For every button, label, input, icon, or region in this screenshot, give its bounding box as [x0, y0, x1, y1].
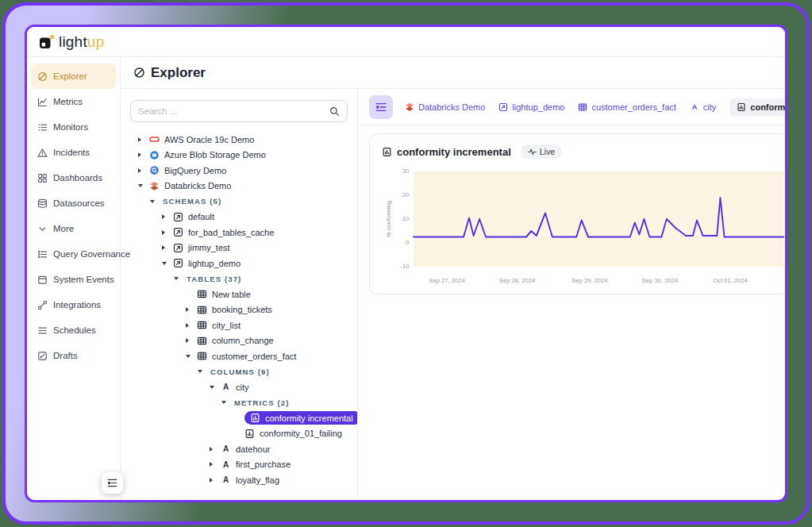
query-governance-icon [37, 249, 48, 260]
caret-down-icon[interactable] [138, 184, 149, 187]
app-window: lightup ExplorerMetricsMonitorsIncidents… [25, 25, 787, 502]
page-title: Explorer [151, 65, 206, 81]
pulse-icon [528, 148, 537, 156]
sidebar-item-integrations[interactable]: Integrations [31, 292, 116, 317]
svg-text:Sep 28, 2024: Sep 28, 2024 [499, 277, 536, 284]
sidebar-more-label: More [53, 224, 74, 233]
caret-right-icon[interactable] [186, 338, 197, 343]
caret-right-icon[interactable] [210, 478, 221, 483]
column-icon: A [221, 475, 231, 485]
svg-text:A: A [223, 444, 229, 453]
breadcrumb-item-lightup-demo[interactable]: lightup_demo [498, 102, 564, 112]
breadcrumb-item-conformity-incremental[interactable]: conformity incremental [729, 98, 785, 116]
caret-down-icon[interactable] [162, 262, 173, 265]
tree-node-new-table[interactable]: New table [130, 287, 348, 302]
breadcrumb-item-databricks-demo[interactable]: Databricks Demo [405, 102, 485, 112]
sidebar-item-system-events[interactable]: System Events [31, 267, 116, 292]
metric-chart-card: conformity incremental Live 3020100-10% … [369, 133, 785, 294]
table-icon [197, 351, 207, 361]
lightup-logo[interactable]: lightup [39, 33, 104, 51]
tree-node-label: customer_orders_fact [212, 352, 296, 361]
tree-node-jimmy-test[interactable]: jimmy_test [130, 240, 348, 256]
caret-down-icon[interactable] [221, 401, 233, 404]
sidebar-item-query-governance[interactable]: Query Governance [31, 241, 116, 267]
datasource-tree: AWS Oracle 19c DemoAzure Blob Storage De… [130, 132, 348, 488]
tree-node-databricks-demo[interactable]: Databricks Demo [130, 179, 348, 194]
tree-node-default[interactable]: default [130, 210, 348, 225]
breadcrumb-label: lightup_demo [512, 102, 564, 112]
drafts-icon [37, 351, 48, 361]
metric-icon-slot [382, 147, 392, 157]
tree-node-azure-blob-storage-demo[interactable]: Azure Blob Storage Demo [130, 148, 348, 163]
tree-node-booking-tickets[interactable]: booking_tickets [130, 302, 348, 318]
search-icon-slot[interactable] [329, 106, 340, 117]
bigquery-icon [149, 165, 160, 175]
caret-down-icon[interactable] [174, 277, 185, 280]
caret-right-icon[interactable] [138, 152, 149, 157]
svg-text:Sep 27, 2024: Sep 27, 2024 [429, 277, 465, 284]
databricks-icon [405, 102, 414, 112]
tree-node-loyalty-flag[interactable]: Aloyalty_flag [130, 472, 348, 488]
caret-right-icon[interactable] [138, 168, 149, 173]
caret-right-icon[interactable] [210, 447, 221, 452]
sidebar-item-datasources[interactable]: Datasources [31, 190, 116, 216]
tree-node-label: default [188, 212, 214, 221]
sidebar-item-schedules[interactable]: Schedules [31, 317, 116, 343]
sidebar-item-drafts[interactable]: Drafts [31, 343, 116, 368]
tree-node-for-bad-tables-cache[interactable]: for_bad_tables_cache [130, 225, 348, 240]
tree-node-city[interactable]: Acity [130, 379, 348, 395]
tree-node-label: AWS Oracle 19c Demo [164, 135, 254, 144]
caret-right-icon[interactable] [162, 245, 173, 250]
tree-group-tables-37[interactable]: TABLES (37) [130, 271, 348, 287]
breadcrumb-item-customer-orders-fact[interactable]: customer_orders_fact [578, 102, 675, 112]
sidebar-item-label: Query Governance [53, 249, 130, 259]
tree-collapse-button[interactable] [102, 472, 123, 494]
main-row: ExplorerMetricsMonitorsIncidentsDashboar… [27, 57, 785, 500]
tree-toggle-button[interactable] [369, 95, 393, 119]
tree-group-columns-9[interactable]: COLUMNS (9) [130, 364, 348, 380]
tree-node-column-change[interactable]: column_change [130, 333, 348, 349]
sidebar: ExplorerMetricsMonitorsIncidentsDashboar… [27, 57, 121, 500]
sidebar-item-monitors[interactable]: Monitors [31, 114, 116, 140]
tree-node-conformity-01-failing[interactable]: conformity_01_failing [130, 426, 348, 442]
tree-node-conformity-incremental[interactable]: conformity incremental [130, 410, 348, 426]
tree-node-lightup-demo[interactable]: lightup_demo [130, 256, 348, 271]
search-input[interactable] [138, 106, 325, 116]
metric-chart: 3020100-10% conformingSep 27, 2024Sep 28… [382, 167, 785, 287]
caret-down-icon[interactable] [210, 386, 221, 389]
tree-node-customer-orders-fact[interactable]: customer_orders_fact [130, 348, 348, 364]
tree-node-city-list[interactable]: city_list [130, 317, 348, 333]
sidebar-more-toggle[interactable]: More [31, 216, 116, 241]
schedules-icon [37, 325, 48, 336]
sidebar-item-label: Metrics [53, 97, 83, 106]
caret-right-icon[interactable] [138, 137, 149, 142]
caret-down-icon[interactable] [198, 370, 209, 373]
sidebar-item-explorer[interactable]: Explorer [31, 63, 116, 89]
caret-right-icon[interactable] [186, 323, 197, 328]
datasources-icon [37, 198, 48, 209]
sidebar-item-dashboards[interactable]: Dashboards [31, 165, 116, 190]
caret-down-icon[interactable] [150, 200, 161, 203]
integrations-icon [37, 300, 48, 310]
tree-node-label: column_change [212, 336, 274, 345]
tree-node-bigquery-demo[interactable]: BigQuery Demo [130, 163, 348, 179]
breadcrumb-item-city[interactable]: Acity [690, 102, 717, 112]
tree-node-datehour[interactable]: Adatehour [130, 441, 348, 457]
tree-group-metrics-2[interactable]: METRICS (2) [130, 395, 348, 411]
caret-right-icon[interactable] [162, 214, 173, 219]
caret-right-icon[interactable] [186, 307, 197, 312]
tree-node-aws-oracle-19c-demo[interactable]: AWS Oracle 19c Demo [130, 132, 348, 148]
tree-node-first-purchase[interactable]: Afirst_purchase [130, 457, 348, 473]
caret-down-icon[interactable] [186, 355, 197, 358]
schema-icon [173, 227, 183, 237]
breadcrumb-label: Databricks Demo [418, 102, 485, 112]
sidebar-item-metrics[interactable]: Metrics [31, 89, 116, 114]
caret-right-icon[interactable] [210, 462, 221, 467]
breadcrumb-toolbar: Databricks Demolightup_democustomer_orde… [358, 89, 785, 125]
tree-group-schemas-5[interactable]: SCHEMAS (5) [130, 194, 348, 210]
sidebar-item-incidents[interactable]: Incidents [31, 140, 116, 165]
svg-text:Sep 29, 2024: Sep 29, 2024 [571, 277, 608, 284]
caret-right-icon[interactable] [162, 230, 173, 235]
tree-node-label: first_purchase [236, 460, 291, 469]
metric-icon [250, 413, 260, 423]
